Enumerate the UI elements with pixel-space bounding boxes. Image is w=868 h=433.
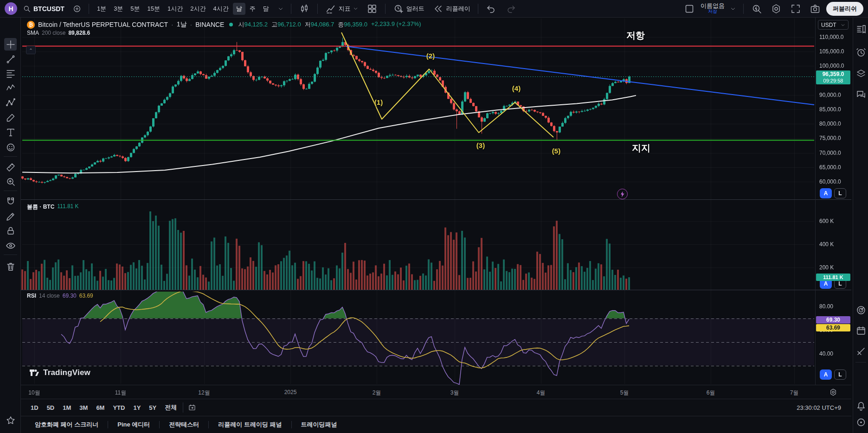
volume-legend[interactable]: 볼륨 · BTC 111.81 K xyxy=(27,203,79,211)
wave-label-(4)[interactable]: (4) xyxy=(512,84,521,92)
resistance-label[interactable]: 저항 xyxy=(626,29,645,42)
screener-radar-button[interactable] xyxy=(855,304,867,316)
time-label-7월[interactable]: 7월 xyxy=(790,389,799,397)
legend-collapse-button[interactable]: ⌃ xyxy=(26,46,36,54)
measure-tool[interactable] xyxy=(4,161,17,173)
price-chart-canvas[interactable] xyxy=(21,18,815,385)
lock-drawings-tool[interactable] xyxy=(4,224,17,237)
timeframe-1시간[interactable]: 1시간 xyxy=(164,3,186,15)
wave-pattern-tool[interactable] xyxy=(4,82,17,94)
axis-settings-button[interactable] xyxy=(829,388,837,396)
wave-label-(3)[interactable]: (3) xyxy=(476,141,485,149)
lightning-badge[interactable] xyxy=(617,189,628,199)
hide-drawings-tool[interactable] xyxy=(4,239,17,252)
help-target-button[interactable] xyxy=(855,416,867,428)
time-axis[interactable]: 10월11월12월20252월3월4월5월6월7월 xyxy=(21,385,851,399)
user-avatar[interactable]: H xyxy=(5,2,17,15)
fullscreen-button[interactable] xyxy=(787,1,804,16)
go-to-date-button[interactable] xyxy=(185,401,199,414)
snapshot-button[interactable] xyxy=(807,1,823,16)
timeframe-주[interactable]: 주 xyxy=(246,3,259,15)
emoji-tool[interactable] xyxy=(4,141,17,153)
timeframe-달[interactable]: 달 xyxy=(260,3,272,15)
time-label-4월[interactable]: 4월 xyxy=(537,389,546,397)
quick-search-button[interactable] xyxy=(748,1,765,16)
time-label-11월[interactable]: 11월 xyxy=(115,389,126,397)
amount-button[interactable]: A xyxy=(820,369,832,380)
layout-name-button[interactable]: 이름없음 저장 xyxy=(701,3,725,14)
zoom-in-tool[interactable] xyxy=(4,175,17,188)
remove-drawings-tool[interactable] xyxy=(4,260,17,273)
calendar-button[interactable] xyxy=(855,324,867,337)
pane-divider-volume-rsi[interactable] xyxy=(21,290,851,290)
time-label-10월[interactable]: 10월 xyxy=(28,389,40,397)
alert-button[interactable]: 얼러트 xyxy=(390,1,427,16)
range-1D[interactable]: 1D xyxy=(26,402,43,413)
bottom-tab-0[interactable]: 암호화폐 페어 스크리너 xyxy=(26,420,108,429)
redo-button[interactable] xyxy=(502,1,519,16)
watchlist-button[interactable] xyxy=(855,23,867,35)
timeframe-5분[interactable]: 5분 xyxy=(127,3,143,15)
range-5D[interactable]: 5D xyxy=(43,402,59,413)
magnet-tool[interactable] xyxy=(4,195,17,208)
bottom-tab-4[interactable]: 트레이딩패널 xyxy=(292,420,347,429)
line-tools-button[interactable] xyxy=(855,345,867,357)
symbol-legend[interactable]: ₿ Bitcoin / TetherUS PERPETUAL CONTRACT … xyxy=(27,20,421,29)
trend-line-tool[interactable] xyxy=(4,53,17,65)
range-1Y[interactable]: 1Y xyxy=(129,402,145,413)
wave-label-(5)[interactable]: (5) xyxy=(552,147,560,155)
chart-style-button[interactable] xyxy=(296,1,313,16)
amount-button[interactable]: A xyxy=(820,188,832,198)
wave-label-(1)[interactable]: (1) xyxy=(374,98,383,106)
save-layout-button[interactable] xyxy=(681,1,698,16)
time-label-2월[interactable]: 2월 xyxy=(373,389,381,397)
undo-button[interactable] xyxy=(483,1,500,16)
publish-button[interactable]: 퍼블리쉬 xyxy=(826,2,863,16)
alerts-panel-button[interactable] xyxy=(855,46,867,58)
timeframe-4시간[interactable]: 4시간 xyxy=(210,3,232,15)
time-label-2025[interactable]: 2025 xyxy=(284,389,297,395)
time-label-6월[interactable]: 6월 xyxy=(707,389,715,397)
price-axis[interactable]: USDT 110,000.0105,000.0100,000.090,000.0… xyxy=(815,18,851,385)
layout-grid-button[interactable] xyxy=(364,1,380,16)
range-전체[interactable]: 전체 xyxy=(161,401,181,414)
edit-tool[interactable] xyxy=(4,210,17,223)
symbol-search-button[interactable]: BTCUSDT xyxy=(20,3,67,15)
xabcd-pattern-tool[interactable] xyxy=(4,96,17,109)
leverage-button[interactable]: L xyxy=(834,369,846,380)
wave-label-(2)[interactable]: (2) xyxy=(426,52,435,60)
bottom-tab-1[interactable]: Pine 에디터 xyxy=(108,420,159,429)
chat-button[interactable] xyxy=(855,88,867,101)
range-1M[interactable]: 1M xyxy=(58,402,75,413)
timeframe-날[interactable]: 날 xyxy=(233,3,245,15)
crosshair-tool[interactable] xyxy=(4,38,17,51)
fib-retracement-tool[interactable] xyxy=(4,67,17,80)
range-6M[interactable]: 6M xyxy=(92,402,109,413)
replay-button[interactable]: 리플레이 xyxy=(430,1,473,16)
time-label-5월[interactable]: 5월 xyxy=(620,389,629,397)
timeframe-1분[interactable]: 1분 xyxy=(94,3,109,15)
bottom-tab-2[interactable]: 전략테스터 xyxy=(160,420,208,429)
indicators-button[interactable]: 지표 xyxy=(322,1,361,16)
time-label-12월[interactable]: 12월 xyxy=(198,389,210,397)
brush-tool[interactable] xyxy=(4,111,17,124)
favorites-star-tool[interactable] xyxy=(4,414,17,427)
rsi-legend[interactable]: RSI 14 close 69.30 63.69 xyxy=(27,293,93,299)
range-5Y[interactable]: 5Y xyxy=(145,402,161,413)
timeframe-15분[interactable]: 15분 xyxy=(144,3,163,15)
support-label[interactable]: 지지 xyxy=(632,142,650,154)
range-YTD[interactable]: YTD xyxy=(109,402,129,413)
leverage-button[interactable]: L xyxy=(834,188,846,198)
timeframe-dropdown[interactable] xyxy=(275,4,286,13)
currency-selector[interactable]: USDT xyxy=(818,20,849,30)
settings-button[interactable] xyxy=(768,1,784,16)
pane-divider-main-volume[interactable] xyxy=(21,199,851,200)
timeframe-3분[interactable]: 3분 xyxy=(110,3,126,15)
compare-add-button[interactable] xyxy=(70,3,84,15)
bottom-tab-3[interactable]: 리플레이 트레이딩 패널 xyxy=(209,420,291,429)
range-3M[interactable]: 3M xyxy=(75,402,92,413)
layout-dropdown[interactable] xyxy=(727,4,739,13)
sma-legend[interactable]: SMA 200 close 89,828.6 xyxy=(27,30,90,36)
text-tool[interactable] xyxy=(4,126,17,139)
time-label-3월[interactable]: 3월 xyxy=(450,389,459,397)
